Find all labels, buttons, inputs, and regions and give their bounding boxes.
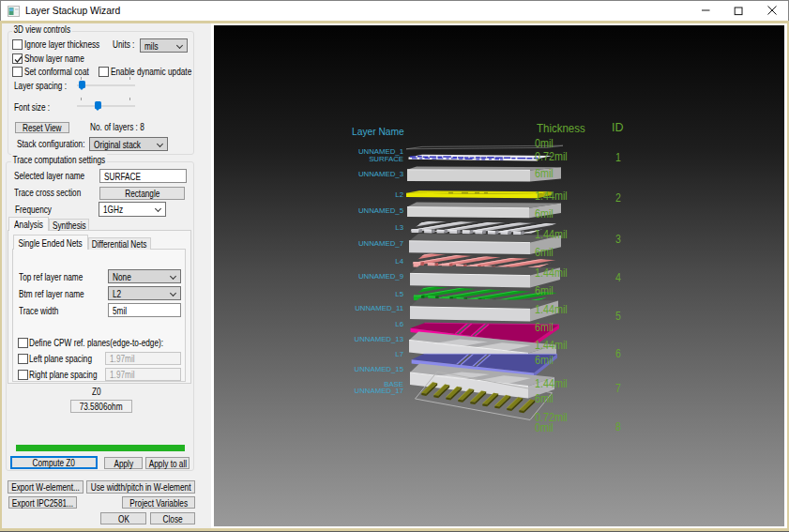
svg-text:L6: L6 — [395, 320, 403, 328]
svg-text:1.44mil: 1.44mil — [535, 303, 568, 315]
svg-text:UNNAMED_3: UNNAMED_3 — [358, 170, 403, 178]
svg-text:L4: L4 — [395, 257, 403, 266]
svg-text:L7: L7 — [395, 350, 403, 358]
svg-text:L5: L5 — [395, 290, 403, 298]
svg-text:L3: L3 — [395, 223, 403, 232]
svg-text:ID: ID — [612, 121, 624, 134]
svg-text:UNNAMED_7: UNNAMED_7 — [358, 239, 403, 248]
svg-text:7: 7 — [615, 383, 621, 395]
svg-text:0mil: 0mil — [535, 421, 554, 433]
svg-text:0.72mil: 0.72mil — [535, 150, 568, 162]
svg-text:4: 4 — [615, 272, 621, 284]
svg-text:Layer Name: Layer Name — [352, 126, 404, 137]
svg-text:1.44mil: 1.44mil — [535, 228, 568, 240]
svg-text:UNNAMED_9: UNNAMED_9 — [358, 272, 403, 281]
svg-text:L2: L2 — [395, 190, 403, 199]
svg-text:6mil: 6mil — [535, 392, 554, 404]
svg-text:UNNAMED_11: UNNAMED_11 — [355, 304, 403, 312]
svg-text:Thickness: Thickness — [537, 122, 585, 136]
svg-text:2: 2 — [615, 192, 621, 205]
svg-text:6mil: 6mil — [535, 246, 554, 258]
svg-text:6mil: 6mil — [535, 354, 554, 366]
svg-text:1.44mil: 1.44mil — [535, 190, 568, 202]
svg-text:1.44mil: 1.44mil — [535, 339, 568, 351]
svg-text:UNNAMED_5: UNNAMED_5 — [358, 206, 404, 215]
svg-text:1.44mil: 1.44mil — [535, 377, 568, 389]
svg-text:6mil: 6mil — [535, 284, 554, 296]
svg-text:6mil: 6mil — [535, 321, 554, 333]
svg-text:8: 8 — [615, 421, 621, 433]
svg-text:UNNAMED_17: UNNAMED_17 — [355, 387, 403, 395]
svg-text:1: 1 — [615, 152, 621, 164]
svg-text:UNNAMED_13: UNNAMED_13 — [355, 335, 403, 343]
svg-text:6mil: 6mil — [535, 167, 554, 179]
svg-text:5: 5 — [615, 311, 621, 323]
svg-text:0mil: 0mil — [535, 138, 554, 150]
svg-text:6mil: 6mil — [535, 207, 554, 220]
svg-text:6: 6 — [615, 348, 621, 360]
svg-text:3: 3 — [615, 234, 621, 246]
svg-text:UNNAMED_15: UNNAMED_15 — [355, 365, 404, 373]
svg-text:1.44mil: 1.44mil — [535, 266, 568, 279]
svg-text:SURFACE: SURFACE — [369, 155, 403, 163]
